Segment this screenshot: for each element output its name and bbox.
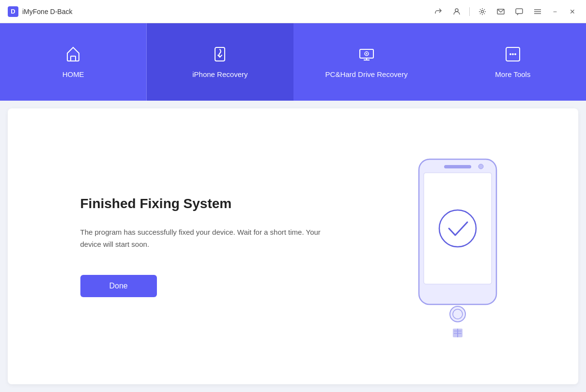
navbar: HOME iPhone Recovery PC&Hard Drive Recov… — [0, 23, 586, 101]
svg-point-17 — [514, 53, 516, 55]
svg-point-21 — [478, 164, 483, 169]
settings-icon[interactable] — [477, 7, 488, 16]
nav-item-more-tools[interactable]: More Tools — [440, 23, 586, 101]
content-title: Finished Fixing System — [80, 196, 323, 211]
menu-icon[interactable] — [532, 7, 543, 16]
nav-label-iphone-recovery: iPhone Recovery — [192, 70, 247, 78]
share-icon[interactable] — [432, 7, 444, 16]
minimize-button[interactable]: − — [550, 7, 560, 16]
phone-illustration — [409, 154, 506, 338]
svg-point-22 — [450, 306, 465, 322]
app-title: iMyFone D-Back — [22, 8, 72, 15]
svg-rect-3 — [516, 9, 523, 14]
svg-point-1 — [481, 10, 483, 13]
nav-label-home: HOME — [62, 70, 84, 78]
nav-label-pc-recovery: PC&Hard Drive Recovery — [325, 70, 408, 78]
phone-svg — [409, 154, 506, 338]
titlebar: D iMyFone D-Back — [0, 0, 586, 23]
iphone-recovery-icon — [211, 45, 229, 65]
mail-icon[interactable] — [495, 7, 507, 16]
svg-point-15 — [509, 53, 511, 55]
content-description: The program has successfully fixed your … — [80, 226, 323, 251]
svg-point-16 — [512, 53, 514, 55]
nav-item-iphone-recovery[interactable]: iPhone Recovery — [147, 23, 293, 101]
svg-rect-20 — [444, 165, 471, 168]
close-button[interactable]: ✕ — [567, 7, 578, 16]
done-button[interactable]: Done — [80, 275, 157, 297]
more-tools-icon — [504, 45, 522, 65]
content-left: Finished Fixing System The program has s… — [80, 196, 323, 297]
account-icon[interactable] — [451, 7, 463, 16]
svg-rect-19 — [424, 173, 492, 284]
svg-point-11 — [366, 53, 367, 55]
chat-icon[interactable] — [513, 7, 525, 16]
pc-recovery-icon — [358, 45, 375, 65]
titlebar-controls: − ✕ — [432, 7, 578, 16]
nav-item-pc-recovery[interactable]: PC&Hard Drive Recovery — [293, 23, 440, 101]
app-logo: D — [8, 6, 18, 17]
svg-rect-7 — [71, 56, 76, 61]
home-icon — [64, 45, 82, 65]
titlebar-divider — [469, 7, 470, 16]
svg-point-0 — [455, 9, 458, 12]
main-content: Finished Fixing System The program has s… — [8, 108, 578, 384]
titlebar-left: D iMyFone D-Back — [8, 6, 72, 17]
nav-item-home[interactable]: HOME — [0, 23, 147, 101]
nav-label-more-tools: More Tools — [495, 70, 530, 78]
